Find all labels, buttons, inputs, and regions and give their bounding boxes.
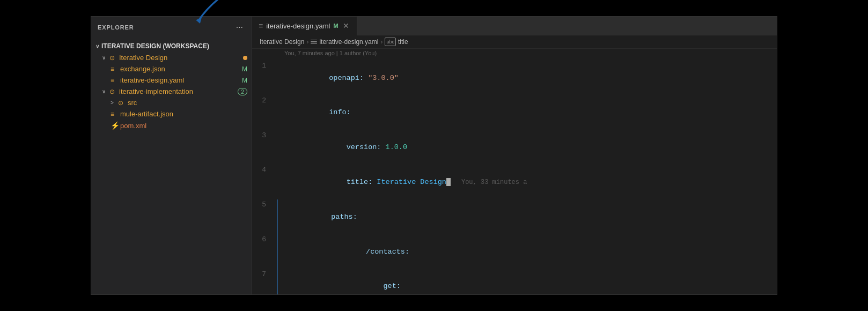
code-editor[interactable]: 1 openapi: "3.0.0" 2 info: 3 ve: [252, 58, 777, 294]
breadcrumb-sep-2: ›: [380, 38, 382, 46]
workspace-root[interactable]: ∨ ITERATIVE DESIGN (WORKSPACE): [91, 40, 252, 52]
code-line-4: 4 title: Iterative DesignYou, 33 minutes…: [252, 165, 777, 199]
sidebar-content: ∨ ITERATIVE DESIGN (WORKSPACE) ∨ ⊙ Itera…: [91, 38, 252, 294]
file-icon-yaml: ≡: [111, 77, 120, 84]
sidebar-header: EXPLORER ···: [91, 17, 252, 38]
impl-badge: 2: [238, 88, 247, 95]
breadcrumb-file-icon: [311, 40, 317, 45]
sidebar-more-button[interactable]: ···: [234, 22, 245, 33]
code-line-3: 3 version: 1.0.0: [252, 130, 777, 165]
folder-icon: ⊙: [109, 54, 119, 62]
folder-chevron-icon: ∨: [102, 55, 109, 61]
workspace-label: ITERATIVE DESIGN (WORKSPACE): [101, 42, 209, 50]
sidebar-item-src[interactable]: > ⊙ src: [91, 97, 252, 108]
breadcrumb-sep-1: ›: [306, 38, 308, 46]
line-content-3: version: 1.0.0: [277, 130, 777, 165]
impl-folder-icon: ⊙: [109, 88, 119, 95]
code-line-2: 2 info:: [252, 95, 777, 130]
line-num-6: 6: [252, 234, 277, 246]
sidebar-header-actions: ···: [234, 22, 245, 33]
line-num-5: 5: [252, 199, 277, 211]
line-num-7: 7: [252, 269, 277, 280]
sidebar-item-pom-xml[interactable]: ⚡ pom.xml: [91, 120, 252, 131]
breadcrumb-file[interactable]: iterative-design.yaml: [311, 38, 378, 46]
breadcrumb-iterative-design[interactable]: Iterative Design: [260, 38, 304, 46]
breadcrumb: Iterative Design › iterative-design.yaml…: [252, 35, 777, 49]
editor-area: ≡ iterative-design.yaml M ✕ Iterative De…: [252, 17, 777, 294]
file-label-exchange: exchange.json: [120, 65, 242, 73]
sidebar-item-iterative-design-yaml[interactable]: ≡ iterative-design.yaml M: [91, 75, 252, 86]
file-label-mule: mule-artifact.json: [120, 110, 247, 118]
line-content-1: openapi: "3.0.0": [277, 61, 777, 95]
git-info-text: You, 7 minutes ago | 1 author (You): [284, 50, 377, 56]
folder-label: Iterative Design: [119, 54, 243, 62]
inline-comment-4: You, 33 minutes a: [461, 179, 527, 186]
impl-folder-chevron: ∨: [102, 88, 109, 94]
breadcrumb-title-icon: abc: [385, 38, 396, 46]
explorer-label: EXPLORER: [98, 24, 134, 31]
tab-close-button[interactable]: ✕: [342, 21, 350, 30]
sidebar-item-exchange-json[interactable]: ≡ exchange.json M: [91, 63, 252, 75]
tab-label: iterative-design.yaml: [266, 22, 330, 30]
src-chevron: >: [111, 100, 118, 106]
line-content-2: info:: [277, 95, 777, 130]
line-content-4: title: Iterative DesignYou, 33 minutes a: [277, 165, 777, 199]
file-icon-mule: ≡: [111, 110, 120, 118]
code-line-6: 6 /contacts:: [252, 234, 777, 269]
code-line-5: 5 paths:: [252, 199, 777, 234]
cursor: [446, 178, 451, 186]
line-num-3: 3: [252, 130, 277, 142]
sidebar-item-iterative-design[interactable]: ∨ ⊙ Iterative Design: [91, 52, 252, 63]
line-content-5: paths:: [277, 199, 777, 234]
tab-modified-indicator: M: [333, 23, 338, 29]
file-label-yaml: iterative-design.yaml: [120, 76, 242, 84]
sidebar: EXPLORER ··· ∨ ITERATIVE DESIGN (WORKSPA…: [91, 17, 252, 294]
breadcrumb-title[interactable]: abc title: [385, 38, 408, 46]
code-line-1: 1 openapi: "3.0.0": [252, 61, 777, 95]
tab-bar: ≡ iterative-design.yaml M ✕: [252, 17, 777, 35]
yaml-modified: M: [242, 77, 247, 84]
vscode-window: EXPLORER ··· ∨ ITERATIVE DESIGN (WORKSPA…: [91, 16, 777, 295]
sidebar-item-iterative-implementation[interactable]: ∨ ⊙ iterative-implementation 2: [91, 86, 252, 97]
line-num-2: 2: [252, 95, 277, 107]
tab-file-icon: ≡: [259, 21, 263, 30]
impl-folder-label: iterative-implementation: [119, 87, 238, 95]
line-num-4: 4: [252, 165, 277, 176]
code-line-7: 7 get:: [252, 269, 777, 294]
src-label: src: [128, 99, 247, 107]
tab-iterative-design-yaml[interactable]: ≡ iterative-design.yaml M ✕: [252, 17, 357, 35]
workspace-chevron: ∨: [95, 43, 99, 49]
src-folder-icon: ⊙: [118, 99, 128, 107]
modified-dot: [243, 56, 247, 60]
line-content-7: get:: [277, 269, 777, 294]
line-content-6: /contacts:: [277, 234, 777, 269]
file-icon-exchange: ≡: [111, 65, 120, 73]
file-icon-pom: ⚡: [111, 121, 120, 130]
file-label-pom: pom.xml: [120, 122, 247, 130]
line-num-1: 1: [252, 61, 277, 72]
sidebar-item-mule-artifact[interactable]: ≡ mule-artifact.json: [91, 108, 252, 120]
git-info: You, 7 minutes ago | 1 author (You): [252, 49, 777, 58]
exchange-modified: M: [242, 65, 247, 73]
